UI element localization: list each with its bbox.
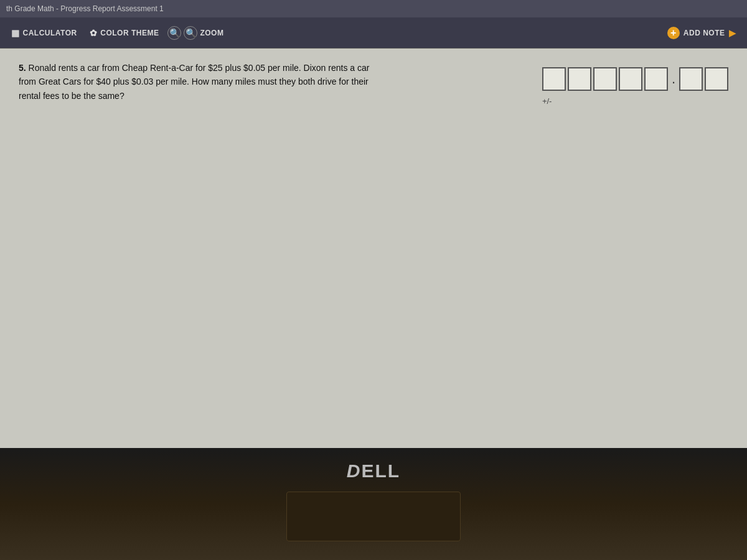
answer-box-1[interactable] [542,67,566,91]
color-theme-label: COLOR THEME [100,29,159,37]
color-theme-button[interactable]: ✿ COLOR THEME [83,24,166,42]
decimal-dot: . [672,71,675,87]
answer-box-decimal-2[interactable] [705,67,728,91]
zoom-in-button[interactable]: 🔍 [184,26,197,40]
zoom-label: ZOOM [200,29,223,37]
question-body: Ronald rents a car from Cheap Rent-a-Car… [19,63,369,101]
main-content: 5. Ronald rents a car from Cheap Rent-a-… [0,49,747,510]
calculator-button[interactable]: ▦ CALCULATOR [5,24,83,42]
answer-box-decimal-1[interactable] [679,67,703,91]
add-note-plus-icon: + [667,27,680,39]
touchpad[interactable] [286,492,461,541]
title-bar: th Grade Math - Progress Report Assessme… [0,0,747,17]
zoom-group: 🔍 🔍 ZOOM [167,26,223,40]
question-text: 5. Ronald rents a car from Cheap Rent-a-… [19,61,380,103]
answer-box-2[interactable] [568,67,591,91]
answer-box-5[interactable] [644,67,668,91]
calculator-icon: ▦ [11,28,20,38]
zoom-out-button[interactable]: 🔍 [167,26,181,40]
answer-box-3[interactable] [593,67,617,91]
laptop-base: DELL [0,448,747,560]
add-note-button[interactable]: + ADD NOTE ▶ [661,23,742,43]
add-note-label: ADD NOTE [684,29,725,37]
color-theme-icon: ✿ [90,28,98,38]
dell-logo: DELL [347,460,400,482]
toolbar: ▦ CALCULATOR ✿ COLOR THEME 🔍 🔍 ZOOM + AD… [0,17,747,49]
answer-area: . +/- [542,67,728,106]
answer-input-row: . [542,67,728,91]
calculator-label: CALCULATOR [23,29,77,37]
add-note-arrow-icon: ▶ [729,28,736,38]
question-number: 5. [19,63,26,73]
answer-box-4[interactable] [619,67,642,91]
plus-minus-label: +/- [542,96,552,106]
title-text: th Grade Math - Progress Report Assessme… [6,4,164,13]
